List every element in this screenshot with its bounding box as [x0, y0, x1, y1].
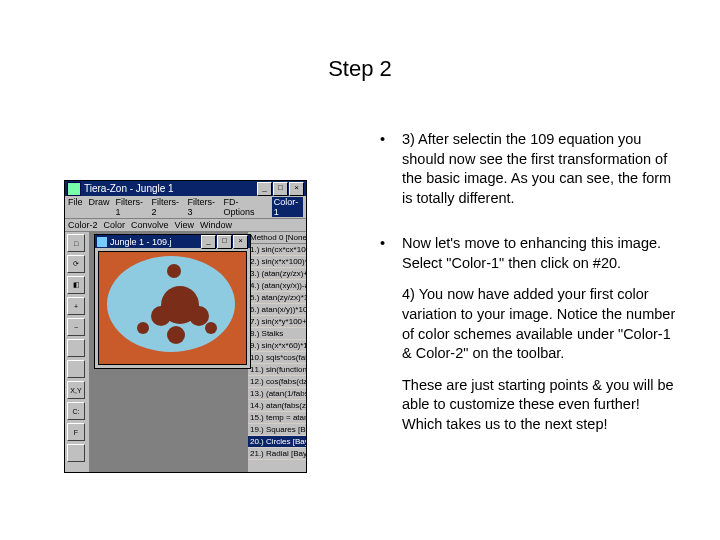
page-title: Step 2 [0, 56, 720, 82]
app-icon [67, 182, 81, 196]
tool-button-7[interactable]: X,Y [67, 381, 85, 399]
color-list-item[interactable]: 10.) sqis*cos(fabs(dzx [248, 352, 306, 364]
color-list-item[interactable]: 9.) sin(x*x*60)*10( [248, 340, 306, 352]
color-list-item[interactable]: 3.) (atan(zy/zx)+ata [248, 268, 306, 280]
menu-filters-1[interactable]: Filters-1 [116, 197, 146, 217]
color-list-item[interactable]: 21.) Radial [Bay f [248, 448, 306, 460]
menu-file[interactable]: File [68, 197, 83, 217]
note-text: 3) After selectin the 109 equation you s… [402, 130, 680, 220]
color-list-item[interactable]: 2.) sin(x*x*100)*sin( [248, 256, 306, 268]
image-window-title: Jungle 1 - 109.j [110, 237, 172, 247]
color-list-item[interactable]: 1.) sin(cx*cx*100) [248, 244, 306, 256]
color-list-item[interactable]: 20.) Circles [Bay f [248, 436, 306, 448]
color-list-panel: Method 0 [None] 1.) sin(cx*cx*100)2.) si… [247, 232, 306, 472]
color-list-item[interactable]: 12.) cos(fabs(dzx- [248, 376, 306, 388]
menu-filters-3[interactable]: Filters-3 [187, 197, 217, 217]
window-titlebar: Tiera-Zon - Jungle 1 _ □ × [65, 181, 306, 196]
color-list-item[interactable]: 7.) sin(x*y*100+cs [248, 316, 306, 328]
color-list-item[interactable]: 5.) atan(zy/zx)*100* [248, 292, 306, 304]
bullet-icon: • [380, 234, 402, 446]
tool-button-2[interactable]: ◧ [67, 276, 85, 294]
menu-window[interactable]: Window [200, 220, 232, 230]
color-list-item[interactable]: 19.) Squares [Bay [248, 424, 306, 436]
color-list-item[interactable]: 11.) sin(function)*1 [248, 364, 306, 376]
menu-fd-options[interactable]: FD-Options [223, 197, 265, 217]
inner-close-button[interactable]: × [233, 235, 248, 249]
menu-color-2[interactable]: Color-2 [68, 220, 98, 230]
color-list-item[interactable]: 13.) (atan(1/fabs( [248, 388, 306, 400]
color-list-item[interactable]: 8.) Stalks [248, 328, 306, 340]
tool-button-10[interactable] [67, 444, 85, 462]
inner-min-button[interactable]: _ [201, 235, 216, 249]
fractal-canvas [98, 251, 247, 365]
close-button[interactable]: × [289, 182, 304, 196]
color-list-header: Method 0 [None] [248, 232, 306, 244]
workspace: Jungle 1 - 109.j _ □ × [90, 232, 247, 472]
notes-block: •3) After selectin the 109 equation you … [380, 130, 680, 460]
note-text: Now let's move to enhancing this image. … [402, 234, 680, 446]
tool-button-4[interactable]: − [67, 318, 85, 336]
menubar: FileDrawFilters-1Filters-2Filters-3FD-Op… [65, 196, 306, 219]
color-list-item[interactable]: 4.) (atan(xy/x))-atan [248, 280, 306, 292]
app-screenshot: Tiera-Zon - Jungle 1 _ □ × FileDrawFilte… [64, 180, 307, 473]
minimize-button[interactable]: _ [257, 182, 272, 196]
tool-column: □⟳◧+−X,YC:F [65, 232, 90, 472]
maximize-button[interactable]: □ [273, 182, 288, 196]
menubar-2: Color-2ColorConvolveViewWindow [65, 219, 306, 232]
color-list-item[interactable]: 15.) temp = atan(1 [248, 412, 306, 424]
document-icon [97, 237, 107, 247]
menu-convolve[interactable]: Convolve [131, 220, 169, 230]
tool-button-3[interactable]: + [67, 297, 85, 315]
color-list-item[interactable]: 6.) atan(x/y))*10*b [248, 304, 306, 316]
tool-button-5[interactable] [67, 339, 85, 357]
menu-color[interactable]: Color [104, 220, 126, 230]
menu-filters-2[interactable]: Filters-2 [151, 197, 181, 217]
inner-max-button[interactable]: □ [217, 235, 232, 249]
note-item: •Now let's move to enhancing this image.… [380, 234, 680, 446]
tool-button-8[interactable]: C: [67, 402, 85, 420]
menu-draw[interactable]: Draw [89, 197, 110, 217]
menu-view[interactable]: View [175, 220, 194, 230]
bullet-icon: • [380, 130, 402, 220]
tool-button-6[interactable] [67, 360, 85, 378]
window-title-text: Tiera-Zon - Jungle 1 [84, 183, 174, 194]
menu-color-1[interactable]: Color-1 [272, 197, 303, 217]
image-window: Jungle 1 - 109.j _ □ × [94, 234, 251, 369]
tool-button-9[interactable]: F [67, 423, 85, 441]
color-list-item[interactable]: 14.) atan(fabs(z.re [248, 400, 306, 412]
note-item: •3) After selectin the 109 equation you … [380, 130, 680, 220]
tool-button-1[interactable]: ⟳ [67, 255, 85, 273]
tool-button-0[interactable]: □ [67, 234, 85, 252]
